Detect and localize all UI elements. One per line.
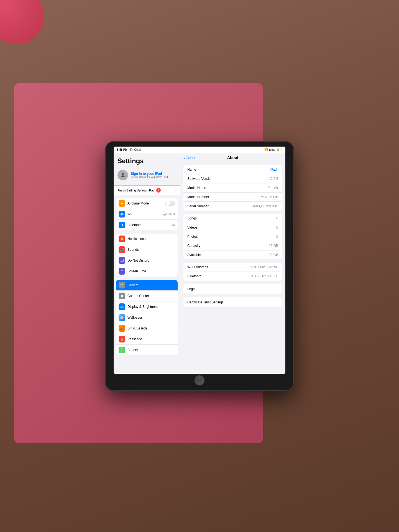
airplane-mode-toggle[interactable] xyxy=(165,201,175,206)
finish-setup-label: Finish Setting Up Your iPad xyxy=(117,189,155,192)
about-row-serial-number: Serial Number DMPQ5FNYFK10 xyxy=(183,202,282,211)
content-area: Settings Sign in to your iPad Set up iCl… xyxy=(114,153,285,374)
about-row-songs: Songs 0 xyxy=(183,214,282,223)
model-number-value: MD785LL/B xyxy=(261,195,278,199)
airplane-mode-thumb xyxy=(166,201,171,206)
songs-label: Songs xyxy=(187,216,197,220)
about-group-network: Wi-Fi Address CC:C7:60:16:45:5E Bluetoot… xyxy=(183,263,282,281)
finish-setup-badge: 1 xyxy=(156,188,161,193)
sidebar-item-bluetooth[interactable]: B Bluetooth On xyxy=(116,220,178,230)
about-group-certificate: Certificate Trust Settings › xyxy=(183,297,282,307)
capacity-value: 16 GB xyxy=(269,244,278,248)
about-row-model-number: Model Number MD785LL/B xyxy=(183,193,282,202)
available-value: 11.08 GB xyxy=(264,253,278,257)
wifi-icon: 📶 xyxy=(264,148,268,151)
about-row-name[interactable]: Name iPad › xyxy=(183,165,282,174)
serial-number-label: Serial Number xyxy=(187,204,209,208)
airplane-mode-label: Airplane Mode xyxy=(127,201,163,205)
back-label: General xyxy=(185,156,198,160)
about-row-capacity: Capacity 16 GB xyxy=(183,241,282,250)
airplane-mode-icon: ✈ xyxy=(119,200,125,207)
status-bar: 5:58 PM Fri Oct 8 📶 100% 🔋 + xyxy=(114,147,285,153)
profile-section[interactable]: Sign in to your iPad Set up iCloud, the … xyxy=(114,167,180,183)
profile-text: Sign in to your iPad Set up iCloud, the … xyxy=(131,172,170,178)
display-brightness-label: Display & Brightness xyxy=(127,305,175,309)
photos-label: Photos xyxy=(187,235,198,239)
about-row-available: Available 11.08 GB xyxy=(183,250,282,259)
home-button-inner xyxy=(196,377,203,383)
nav-title: About xyxy=(227,155,238,160)
bluetooth-address-label: Bluetooth xyxy=(187,274,201,278)
about-row-wifi-address: Wi-Fi Address CC:C7:60:16:45:5E xyxy=(183,263,282,272)
wallpaper-icon: 🌸 xyxy=(119,314,125,321)
sidebar-item-notifications[interactable]: 🔔 Notifications xyxy=(116,234,178,244)
sounds-icon: 🔊 xyxy=(119,246,125,253)
available-label: Available xyxy=(187,253,201,257)
wifi-label: Wi-Fi xyxy=(127,212,155,216)
back-chevron-icon: ‹ xyxy=(183,155,185,160)
wifi-settings-icon xyxy=(119,211,125,218)
nav-back-button[interactable]: ‹ General xyxy=(183,155,198,160)
sidebar-item-wallpaper[interactable]: 🌸 Wallpaper xyxy=(116,312,178,323)
settings-group-connectivity: ✈ Airplane Mode Wi-Fi TrumpT xyxy=(116,198,178,230)
about-row-model-name: Model Name iPad Air xyxy=(183,183,282,193)
right-panel: ‹ General About Name iPad › xyxy=(180,153,285,374)
finish-setup-row[interactable]: Finish Setting Up Your iPad 1 › xyxy=(114,185,180,195)
status-date: Fri Oct 8 xyxy=(130,148,141,151)
passcode-label: Passcode xyxy=(127,337,175,341)
finish-setup-left: Finish Setting Up Your iPad 1 xyxy=(117,188,161,193)
certificate-trust-label: Certificate Trust Settings xyxy=(187,300,224,304)
screen-time-label: Screen Time xyxy=(127,269,175,273)
left-panel: Settings Sign in to your iPad Set up iCl… xyxy=(114,153,180,374)
bluetooth-icon: B xyxy=(119,222,125,228)
siri-search-label: Siri & Search xyxy=(127,326,175,330)
videos-label: Videos xyxy=(187,226,197,229)
bluetooth-label: Bluetooth xyxy=(127,223,168,227)
photos-value: 0 xyxy=(276,235,278,239)
name-chevron: › xyxy=(277,168,278,171)
certificate-trust-chevron: › xyxy=(277,301,278,304)
sidebar-item-airplane-mode[interactable]: ✈ Airplane Mode xyxy=(116,198,178,209)
notifications-label: Notifications xyxy=(127,237,175,241)
profile-signin-label: Sign in to your iPad xyxy=(131,172,170,176)
sidebar-item-passcode[interactable]: 🔒 Passcode xyxy=(116,334,178,345)
legal-chevron: › xyxy=(277,287,278,291)
about-content: Name iPad › Software Version 12.5.5 Mode… xyxy=(180,162,285,374)
sidebar-item-sounds[interactable]: 🔊 Sounds xyxy=(116,244,178,255)
software-version-label: Software Version xyxy=(187,177,213,181)
control-center-label: Control Center xyxy=(127,294,175,298)
status-time: 5:58 PM xyxy=(117,148,127,151)
about-group-identity: Name iPad › Software Version 12.5.5 Mode… xyxy=(183,165,282,211)
songs-value: 0 xyxy=(276,216,278,220)
charging-icon: + xyxy=(281,149,282,151)
general-label: General xyxy=(127,283,175,287)
general-icon: ⚙ xyxy=(119,282,125,288)
about-row-legal[interactable]: Legal › xyxy=(183,284,282,294)
sidebar-item-screen-time[interactable]: ⏱ Screen Time xyxy=(116,266,178,277)
bluetooth-address-value: CC:C7:60:16:45:5F xyxy=(250,274,278,278)
bluetooth-value: On xyxy=(171,223,175,227)
sidebar-item-display-brightness[interactable]: AA Display & Brightness xyxy=(116,301,178,312)
passcode-icon: 🔒 xyxy=(119,336,125,342)
legal-label: Legal xyxy=(187,287,195,291)
about-row-photos: Photos 0 xyxy=(183,232,282,241)
sidebar-item-control-center[interactable]: ◼ Control Center xyxy=(116,291,178,301)
about-row-certificate-trust[interactable]: Certificate Trust Settings › xyxy=(183,297,282,307)
wifi-address-label: Wi-Fi Address xyxy=(187,265,208,269)
wifi-address-value: CC:C7:60:16:45:5E xyxy=(249,265,278,269)
wallpaper-label: Wallpaper xyxy=(127,316,175,319)
sidebar-item-siri-search[interactable]: 🎤 Siri & Search xyxy=(116,323,178,334)
control-center-icon: ◼ xyxy=(119,293,125,299)
status-icons: 📶 100% 🔋 + xyxy=(264,148,282,151)
notifications-icon: 🔔 xyxy=(119,236,125,242)
svg-point-0 xyxy=(122,173,124,175)
model-number-label: Model Number xyxy=(187,195,209,199)
sidebar-item-general[interactable]: ⚙ General xyxy=(116,280,178,291)
sidebar-item-do-not-disturb[interactable]: 🌙 Do Not Disturb xyxy=(116,255,178,266)
battery-icon: 🔋 xyxy=(276,148,280,151)
home-button[interactable] xyxy=(195,375,204,385)
about-row-videos: Videos 0 xyxy=(183,223,282,232)
sidebar-item-wifi[interactable]: Wi-Fi TrumpTRAIN xyxy=(116,209,178,220)
sidebar-item-battery[interactable]: 🔋 Battery xyxy=(116,345,178,355)
about-row-software-version: Software Version 12.5.5 xyxy=(183,174,282,183)
